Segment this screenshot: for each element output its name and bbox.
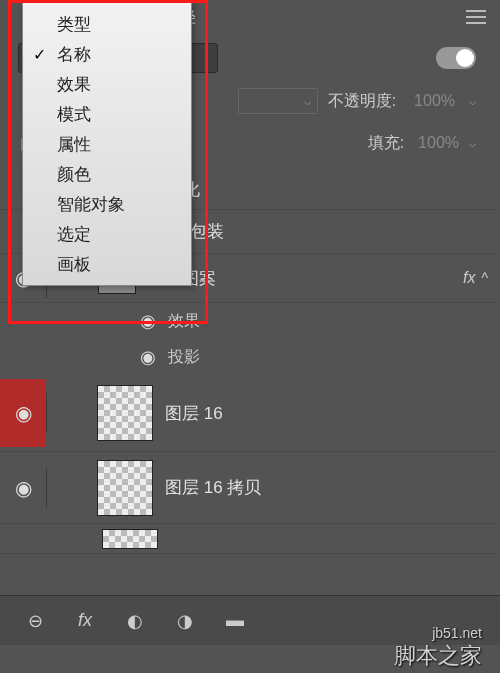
layer-label: 塑料包装 <box>156 220 488 243</box>
layer-row[interactable] <box>0 524 500 554</box>
blend-mode-dropdown[interactable]: ⌵ <box>238 88 318 114</box>
visibility-cell-selected[interactable]: ◉ <box>0 379 46 447</box>
fill-label: 填充: <box>368 133 404 154</box>
eye-icon[interactable]: ◉ <box>140 310 156 332</box>
eye-icon[interactable]: ◉ <box>140 346 156 368</box>
dropdown-item-label: 画板 <box>57 253 91 276</box>
watermark: jb51.net 脚本之家 <box>394 625 482 671</box>
layer-label: 图层 16 拷贝 <box>165 476 488 499</box>
dropdown-item-label: 选定 <box>57 223 91 246</box>
layer-thumb <box>97 460 153 516</box>
dropdown-item-label: 智能对象 <box>57 193 125 216</box>
mask-icon[interactable]: ◐ <box>124 610 146 632</box>
link-icon[interactable]: ⊖ <box>24 610 46 632</box>
layer-thumb <box>102 529 158 549</box>
dropdown-item[interactable]: 智能对象 <box>23 189 191 219</box>
effects-title: 效果 <box>168 311 200 332</box>
layer-thumb <box>97 385 153 441</box>
chevron-down-icon: ⌵ <box>469 136 476 150</box>
chevron-down-icon: ⌵ <box>304 94 311 108</box>
layer-label: 图层 16 <box>165 402 488 425</box>
dropdown-item[interactable]: 画板 <box>23 249 191 279</box>
dropdown-item[interactable]: 效果 <box>23 69 191 99</box>
filter-toggle[interactable] <box>436 47 476 69</box>
dropdown-item[interactable]: 选定 <box>23 219 191 249</box>
chevron-up-icon[interactable]: ^ <box>481 270 488 286</box>
fx-badge[interactable]: fx <box>463 269 475 287</box>
effect-subrow[interactable]: ◉ 投影 <box>0 339 500 375</box>
watermark-text: 脚本之家 <box>394 643 482 668</box>
eye-icon: ◉ <box>15 401 32 425</box>
dropdown-item-label: 名称 <box>57 43 91 66</box>
layer-row[interactable]: ◉ 图层 16 <box>0 375 500 452</box>
fill-value[interactable]: 100% <box>418 134 459 152</box>
fx-icon[interactable]: fx <box>74 610 96 632</box>
dropdown-item-label: 效果 <box>57 73 91 96</box>
check-icon: ✓ <box>33 45 46 64</box>
eye-icon[interactable]: ◉ <box>15 476 32 500</box>
layers-panel: 路径 ⌵ 不透明度: 100% ⌵ ▦ ✎ ✥ ⧉ 🔒 填充: 100% ⌵ 锐… <box>0 0 500 673</box>
opacity-label: 不透明度: <box>328 91 396 112</box>
adjustment-icon[interactable]: ◑ <box>174 610 196 632</box>
effect-item: 投影 <box>168 347 200 368</box>
dropdown-item[interactable]: 属性 <box>23 129 191 159</box>
opacity-value[interactable]: 100% <box>414 92 455 110</box>
dropdown-item-label: 属性 <box>57 133 91 156</box>
dropdown-item[interactable]: 模式 <box>23 99 191 129</box>
chevron-down-icon: ⌵ <box>469 94 476 108</box>
folder-icon[interactable]: ▬ <box>224 610 246 632</box>
panel-menu-icon[interactable] <box>466 10 486 24</box>
effect-subrow[interactable]: ◉ 效果 <box>0 303 500 339</box>
layer-label: 包装图案 <box>148 267 463 290</box>
dropdown-item[interactable]: ✓名称 <box>23 39 191 69</box>
watermark-url: jb51.net <box>394 625 482 641</box>
dropdown-item[interactable]: 类型 <box>23 9 191 39</box>
filter-dropdown-menu: 类型✓名称效果模式属性颜色智能对象选定画板 <box>22 2 192 286</box>
toggle-knob <box>456 49 474 67</box>
dropdown-item-label: 模式 <box>57 103 91 126</box>
dropdown-item-label: 颜色 <box>57 163 91 186</box>
layer-label: 锐化 <box>166 178 488 201</box>
dropdown-item[interactable]: 颜色 <box>23 159 191 189</box>
layer-row[interactable]: ◉ 图层 16 拷贝 <box>0 452 500 524</box>
dropdown-item-label: 类型 <box>57 13 91 36</box>
